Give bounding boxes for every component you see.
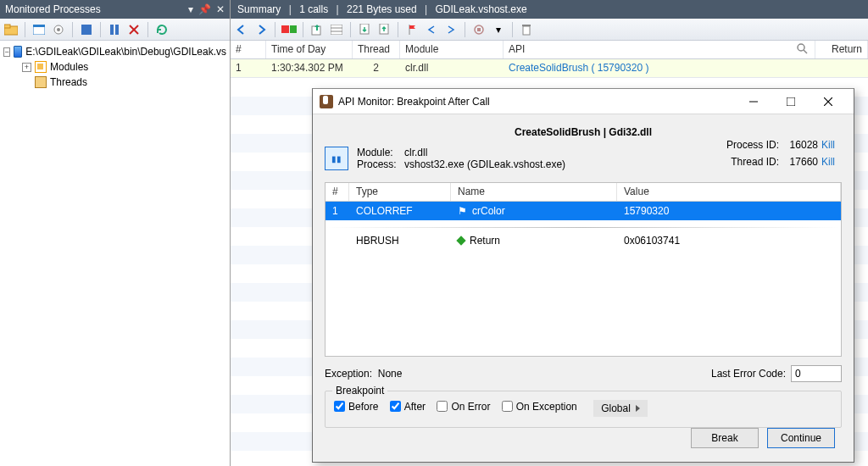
close-button[interactable] (810, 90, 847, 114)
doc-up-icon[interactable] (376, 22, 392, 37)
cell-num: 1 (231, 59, 266, 77)
svg-line-23 (804, 50, 807, 53)
maximize-button[interactable] (772, 90, 810, 114)
cb-before[interactable]: Before (334, 401, 378, 413)
api-name[interactable]: CreateSolidBrush (509, 62, 588, 74)
svg-rect-1 (4, 25, 10, 28)
svg-rect-3 (33, 25, 45, 27)
col-time[interactable]: Time of Day (266, 41, 353, 58)
procid-value: 16028 (782, 136, 818, 153)
settings-icon[interactable] (51, 22, 66, 37)
procid-label: Process ID: (720, 136, 779, 153)
return-type: HBRUSH (349, 235, 451, 247)
breakpoint-icon[interactable] (471, 22, 487, 37)
refresh-icon[interactable] (154, 22, 170, 37)
minimize-button[interactable] (735, 90, 772, 114)
right-toolbar: ▾ (231, 19, 868, 41)
param1-name: crColor (472, 205, 505, 217)
next-flag-icon[interactable] (443, 22, 459, 37)
svg-rect-25 (787, 97, 795, 106)
folder-icon[interactable] (3, 22, 19, 37)
nav-forward-icon[interactable] (253, 22, 269, 37)
continue-button[interactable]: Continue (767, 428, 835, 448)
lasterr-input[interactable] (791, 365, 842, 382)
global-dropdown[interactable]: Global (593, 400, 648, 417)
delete-icon[interactable] (519, 22, 534, 37)
grid-row-1[interactable]: 1 1:30:34.302 PM 2 clr.dll CreateSolidBr… (231, 59, 868, 78)
breakpoint-group: Breakpoint Before After On Error On Exce… (325, 391, 842, 428)
process-value: vshost32.exe (GDILeak.vshost.exe) (404, 158, 565, 170)
grid-colors-icon[interactable] (281, 22, 297, 37)
cell-time: 1:30:34.302 PM (266, 59, 353, 77)
module-label: Module: (357, 147, 399, 158)
stop-icon[interactable] (79, 22, 94, 37)
param-header: # Type Name Value (326, 183, 841, 202)
prev-flag-icon[interactable] (424, 22, 439, 37)
left-panel-title: Monitored Processes (5, 0, 101, 19)
doc-down-icon[interactable] (357, 22, 372, 37)
tree-root-label: E:\GDILeak\GDILeak\bin\Debug\GDILeak.vs (25, 46, 226, 58)
id-info: Process ID:16028Kill Thread ID:17660Kill (720, 136, 835, 170)
kill-thread-link[interactable]: Kill (821, 156, 835, 168)
return-name: Return (470, 235, 500, 247)
breakpoint-dialog: API Monitor: Breakpoint After Call Creat… (312, 88, 854, 463)
window-icon[interactable] (31, 22, 47, 37)
tree-root-row[interactable]: − E:\GDILeak\GDILeak\bin\Debug\GDILeak.v… (3, 44, 226, 59)
process-tree: − E:\GDILeak\GDILeak\bin\Debug\GDILeak.v… (0, 41, 230, 93)
panel-pin-icon[interactable]: 📌 (198, 0, 211, 19)
svg-rect-12 (331, 25, 342, 35)
svg-rect-6 (81, 25, 92, 35)
close-red-icon[interactable] (126, 22, 142, 37)
kill-process-link[interactable]: Kill (821, 139, 835, 151)
param-row-1[interactable]: 1 COLORREF ⚑crColor 15790320 (326, 202, 841, 220)
lasterr-label: Last Error Code: (711, 368, 786, 380)
col-num[interactable]: # (231, 41, 266, 58)
param1-name-cell: ⚑crColor (451, 205, 617, 217)
search-icon[interactable] (797, 43, 809, 55)
expand-icon[interactable]: + (22, 63, 31, 72)
dialog-app-icon (320, 95, 333, 108)
cell-thread: 2 (353, 59, 400, 77)
param-divider (326, 227, 841, 228)
panel-close-icon[interactable]: ✕ (216, 0, 225, 19)
dialog-title-bar[interactable]: API Monitor: Breakpoint After Call (313, 89, 854, 114)
svg-rect-8 (115, 25, 119, 35)
exception-label: Exception: (325, 368, 372, 380)
left-toolbar (0, 19, 230, 41)
tree-modules-row[interactable]: + Modules (3, 59, 226, 75)
panel-dropdown-icon[interactable]: ▾ (188, 0, 193, 19)
col-return[interactable]: Return (815, 41, 868, 58)
col-module[interactable]: Module (400, 41, 504, 58)
break-button[interactable]: Break (691, 428, 759, 448)
cb-after[interactable]: After (390, 401, 426, 413)
param-col-name[interactable]: Name (451, 183, 617, 201)
svg-rect-20 (523, 26, 530, 35)
tree-threads-row[interactable]: Threads (3, 75, 226, 90)
chevron-down-icon[interactable]: ▾ (491, 22, 506, 37)
table-icon[interactable] (329, 22, 344, 37)
summary-bar: Summary | 1 calls | 221 Bytes used | GDI… (231, 0, 868, 19)
param-col-num[interactable]: # (326, 183, 349, 201)
flag-icon[interactable] (404, 22, 420, 37)
process-icon (14, 46, 22, 58)
parameter-table: # Type Name Value 1 COLORREF ⚑crColor 15… (325, 182, 842, 357)
param1-value: 15790320 (617, 205, 841, 217)
pause-icon[interactable] (107, 22, 122, 37)
cb-onerror[interactable]: On Error (437, 401, 490, 413)
col-thread[interactable]: Thread (353, 41, 400, 58)
exception-row: Exception: None Last Error Code: (325, 365, 842, 382)
svg-rect-19 (477, 28, 481, 31)
cell-module: clr.dll (400, 59, 504, 77)
exception-value: None (378, 368, 403, 380)
cb-onexception[interactable]: On Exception (502, 401, 577, 413)
api-arg: ( 15790320 ) (591, 62, 648, 74)
dialog-buttons: Break Continue (691, 428, 835, 448)
return-row[interactable]: HBRUSH Return 0x06103741 (326, 231, 841, 250)
export-icon[interactable] (309, 22, 325, 37)
param-col-type[interactable]: Type (349, 183, 451, 201)
svg-point-5 (57, 28, 60, 31)
nav-back-icon[interactable] (234, 22, 249, 37)
col-api[interactable]: API (504, 41, 815, 58)
param-col-value[interactable]: Value (617, 183, 841, 201)
collapse-icon[interactable]: − (3, 47, 10, 57)
